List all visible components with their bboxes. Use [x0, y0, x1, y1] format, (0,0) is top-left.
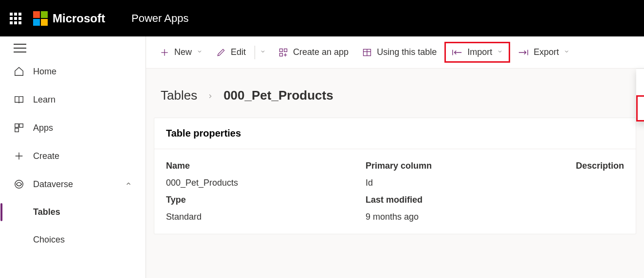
- microsoft-brand-text: Microsoft: [53, 12, 105, 25]
- home-icon: [14, 66, 24, 77]
- command-label: Using this table: [377, 47, 437, 57]
- breadcrumb-root[interactable]: Tables: [161, 88, 197, 103]
- chevron-down-icon: [497, 49, 503, 56]
- command-edit[interactable]: Edit: [210, 43, 252, 61]
- sidebar-item-label: Create: [33, 151, 59, 161]
- command-new[interactable]: New: [154, 43, 208, 61]
- microsoft-brand[interactable]: Microsoft: [33, 11, 105, 26]
- property-label-type: Type: [166, 195, 366, 205]
- book-icon: [14, 94, 24, 105]
- sidebar-item-label: Apps: [33, 123, 53, 133]
- grid-icon: [14, 122, 24, 133]
- global-header: Microsoft Power Apps: [0, 0, 644, 36]
- table-icon: [362, 48, 372, 57]
- pencil-icon: [216, 48, 226, 57]
- sidebar-item-label: Learn: [33, 95, 55, 105]
- divider: [255, 46, 255, 59]
- property-label-description: Description: [560, 161, 624, 171]
- svg-rect-5: [284, 49, 287, 52]
- sidebar-item-label: Choices: [33, 235, 65, 245]
- microsoft-logo-icon: [33, 11, 48, 26]
- app-name: Power Apps: [131, 12, 188, 25]
- command-label: Edit: [231, 47, 246, 57]
- sidebar-item-choices[interactable]: Choices: [0, 226, 146, 254]
- main-content: New Edit Create a: [146, 36, 644, 278]
- property-label-modified: Last modified: [366, 195, 560, 205]
- property-label-name: Name: [166, 161, 366, 171]
- card-header: Table properties: [154, 118, 636, 149]
- sidebar-item-tables[interactable]: Tables: [0, 198, 146, 226]
- app-launcher-icon[interactable]: [10, 13, 21, 24]
- dropdown-item-import-data[interactable]: Import data: [636, 69, 644, 95]
- sidebar-item-create[interactable]: Create: [0, 142, 146, 170]
- svg-rect-6: [280, 53, 283, 56]
- chevron-down-icon: [260, 49, 266, 56]
- plus-icon: [14, 151, 24, 161]
- property-value-modified: 9 months ago: [366, 212, 560, 222]
- dropdown-item-import-excel[interactable]: X Import data from Excel: [636, 95, 644, 122]
- command-label: Create an app: [293, 47, 349, 57]
- sidebar-item-learn[interactable]: Learn: [0, 86, 146, 114]
- svg-rect-0: [15, 124, 18, 127]
- command-import[interactable]: Import: [444, 42, 510, 63]
- import-icon: [452, 48, 462, 57]
- dataverse-icon: [14, 179, 24, 190]
- property-value-type: Standard: [166, 212, 366, 222]
- import-dropdown: Import data X Import data from Excel: [636, 69, 644, 122]
- command-label: Export: [534, 47, 559, 57]
- sidebar: Home Learn Apps Create Dataverse: [0, 36, 146, 278]
- sidebar-item-apps[interactable]: Apps: [0, 114, 146, 142]
- chevron-up-icon: [125, 179, 132, 190]
- property-value-name: 000_Pet_Products: [166, 178, 366, 188]
- chevron-down-icon: [564, 49, 570, 56]
- property-value-primary: Id: [366, 178, 560, 188]
- breadcrumb-current: 000_Pet_Products: [223, 88, 333, 103]
- sidebar-item-label: Dataverse: [33, 179, 73, 190]
- chevron-right-icon: [207, 88, 214, 103]
- command-export[interactable]: Export: [512, 43, 575, 61]
- svg-rect-1: [19, 124, 23, 127]
- sidebar-item-label: Tables: [33, 207, 60, 217]
- svg-rect-4: [280, 49, 283, 52]
- sidebar-item-label: Home: [33, 67, 56, 77]
- hamburger-icon: [14, 44, 26, 52]
- export-icon: [518, 48, 529, 57]
- command-using-table[interactable]: Using this table: [356, 43, 442, 61]
- sidebar-toggle[interactable]: [0, 36, 146, 57]
- property-label-primary: Primary column: [366, 161, 560, 171]
- command-create-app[interactable]: Create an app: [273, 43, 354, 61]
- command-label: Import: [467, 47, 492, 57]
- command-edit-split[interactable]: [258, 45, 271, 60]
- sidebar-item-dataverse[interactable]: Dataverse: [0, 170, 146, 198]
- breadcrumb: Tables 000_Pet_Products: [146, 69, 644, 113]
- table-properties-card: Table properties Name Primary column Des…: [154, 118, 636, 234]
- sidebar-item-home[interactable]: Home: [0, 57, 146, 86]
- plus-icon: [160, 48, 169, 57]
- grid-plus-icon: [278, 48, 288, 57]
- svg-rect-2: [15, 128, 18, 132]
- card-body: Name Primary column Description 000_Pet_…: [154, 149, 636, 234]
- command-label: New: [174, 47, 192, 57]
- command-bar: New Edit Create a: [146, 36, 644, 69]
- chevron-down-icon: [197, 49, 202, 56]
